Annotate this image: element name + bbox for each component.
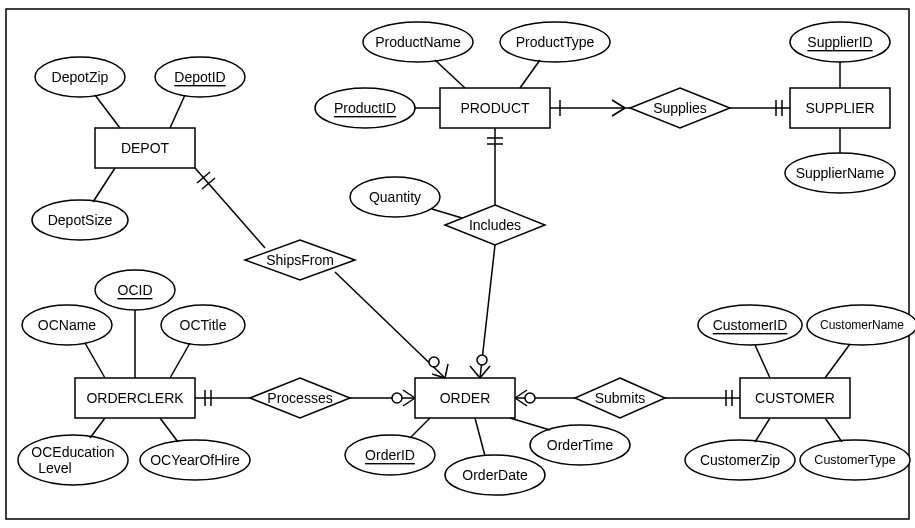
rel-supplies-label: Supplies	[653, 100, 707, 116]
svg-line-100	[403, 390, 415, 398]
svg-line-77	[612, 100, 625, 108]
rel-submits: Submits	[575, 378, 665, 418]
svg-line-78	[612, 108, 625, 116]
attr-customername: CustomerName	[807, 305, 915, 345]
svg-text:CustomerID: CustomerID	[713, 317, 788, 333]
attr-depotsize: DepotSize	[32, 200, 128, 240]
svg-line-72	[755, 418, 770, 442]
entity-depot-label: DEPOT	[121, 140, 170, 156]
svg-text:OCTitle: OCTitle	[180, 317, 227, 333]
svg-point-95	[429, 357, 439, 367]
svg-text:CustomerName: CustomerName	[820, 318, 904, 332]
svg-point-104	[525, 393, 535, 403]
svg-line-68	[475, 418, 485, 456]
svg-line-69	[510, 418, 550, 430]
svg-line-89	[195, 168, 265, 248]
attr-supplierid: SupplierID	[790, 22, 890, 62]
svg-text:DepotID: DepotID	[174, 69, 225, 85]
attr-ocedulevel: OCEducation Level	[18, 435, 128, 485]
entity-supplier-label: SUPPLIER	[805, 100, 874, 116]
frame	[6, 9, 909, 519]
entity-orderclerk-label: ORDERCLERK	[86, 390, 184, 406]
svg-point-88	[477, 355, 487, 365]
entity-product-label: PRODUCT	[460, 100, 530, 116]
svg-line-58	[520, 60, 540, 88]
entity-supplier: SUPPLIER	[790, 88, 890, 128]
entity-customer: CUSTOMER	[740, 378, 850, 418]
svg-line-94	[445, 364, 448, 378]
rel-includes-label: Includes	[469, 217, 521, 233]
rel-shipsfrom-label: ShipsFrom	[266, 252, 334, 268]
svg-point-102	[392, 393, 402, 403]
svg-text:Quantity: Quantity	[369, 189, 421, 205]
attr-quantity: Quantity	[350, 177, 440, 217]
attr-ocid: OCID	[95, 270, 175, 310]
rel-submits-label: Submits	[595, 390, 646, 406]
svg-text:ProductType: ProductType	[516, 34, 595, 50]
svg-text:OCYearOfHire: OCYearOfHire	[150, 452, 240, 468]
svg-line-71	[825, 344, 850, 378]
rel-includes: Includes	[445, 205, 545, 245]
entity-order-label: ORDER	[440, 390, 491, 406]
entity-order: ORDER	[415, 378, 515, 418]
svg-text:OCID: OCID	[118, 282, 153, 298]
svg-line-86	[470, 366, 480, 378]
svg-line-57	[435, 60, 465, 88]
svg-line-54	[95, 95, 120, 128]
attr-ordertime: OrderTime	[530, 425, 630, 465]
attr-customerzip: CustomerZip	[685, 440, 795, 480]
svg-text:DepotSize: DepotSize	[48, 212, 113, 228]
attr-depotzip: DepotZip	[35, 57, 125, 97]
svg-line-73	[825, 418, 842, 442]
attr-suppliername: SupplierName	[785, 153, 895, 193]
svg-text:OrderID: OrderID	[365, 447, 415, 463]
entity-depot: DEPOT	[95, 128, 195, 168]
attr-productname: ProductName	[363, 22, 473, 62]
svg-line-55	[170, 95, 185, 128]
attr-productid: ProductID	[315, 88, 415, 128]
attr-customertype: CustomerType	[800, 440, 910, 480]
svg-text:SupplierName: SupplierName	[796, 165, 885, 181]
svg-text:ProductID: ProductID	[334, 100, 396, 116]
svg-text:Level: Level	[38, 460, 71, 476]
svg-text:SupplierID: SupplierID	[807, 34, 872, 50]
entity-orderclerk: ORDERCLERK	[75, 378, 195, 418]
svg-line-67	[410, 418, 430, 438]
svg-line-63	[85, 343, 105, 378]
svg-line-74	[432, 209, 462, 218]
svg-text:OrderTime: OrderTime	[547, 437, 614, 453]
attr-ocyearofhire: OCYearOfHire	[140, 440, 250, 480]
svg-line-64	[170, 343, 190, 378]
attr-octitle: OCTitle	[161, 305, 245, 345]
svg-line-65	[90, 418, 105, 438]
svg-point-35	[18, 435, 128, 485]
svg-line-66	[160, 418, 178, 442]
svg-line-56	[93, 168, 115, 202]
rel-processes-label: Processes	[267, 390, 332, 406]
svg-text:OrderDate: OrderDate	[462, 467, 528, 483]
attr-customerid: CustomerID	[698, 305, 802, 345]
attr-orderid: OrderID	[345, 435, 435, 475]
attr-orderdate: OrderDate	[445, 455, 545, 495]
attr-depotid: DepotID	[155, 57, 245, 97]
svg-line-70	[755, 345, 770, 378]
er-diagram: DEPOT PRODUCT SUPPLIER ORDERCLERK ORDER …	[0, 0, 915, 528]
svg-text:ProductName: ProductName	[375, 34, 461, 50]
svg-text:DepotZip: DepotZip	[52, 69, 109, 85]
rel-processes: Processes	[250, 378, 350, 418]
rel-supplies: Supplies	[630, 88, 730, 128]
attr-producttype: ProductType	[500, 22, 610, 62]
svg-text:CustomerZip: CustomerZip	[700, 452, 780, 468]
entity-product: PRODUCT	[440, 88, 550, 128]
svg-text:OCEducation: OCEducation	[31, 444, 114, 460]
attr-ocname: OCName	[22, 305, 112, 345]
entity-customer-label: CUSTOMER	[755, 390, 835, 406]
svg-text:OCName: OCName	[38, 317, 97, 333]
svg-line-101	[403, 398, 415, 406]
rel-shipsfrom: ShipsFrom	[245, 240, 355, 280]
svg-line-91	[202, 178, 215, 189]
svg-text:CustomerType: CustomerType	[814, 453, 895, 467]
